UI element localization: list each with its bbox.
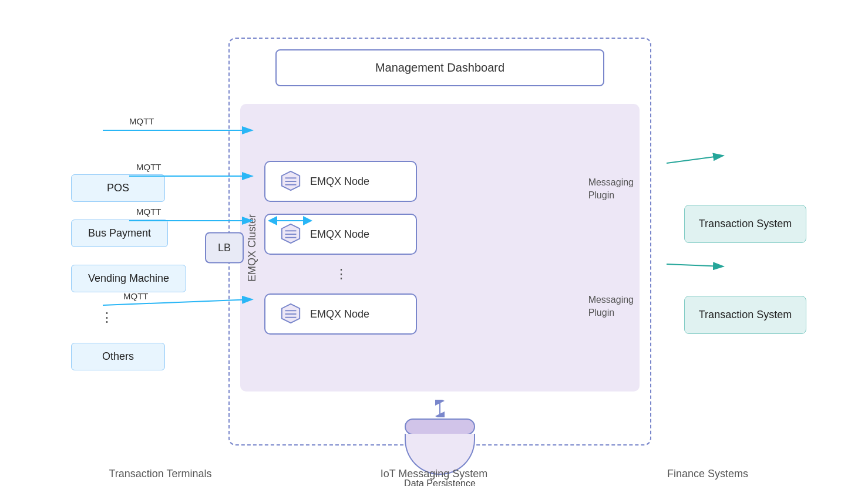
emqx-cluster-box: EMQX Cluster LB EMQX Node <box>240 104 640 392</box>
cylinder-top <box>405 419 475 435</box>
emqx-node-1-label: EMQX Node <box>310 176 369 188</box>
emqx-icon-1 <box>280 170 302 193</box>
messaging-plugins-area: MessagingPlugin MessagingPlugin <box>588 148 634 347</box>
emqx-node-1: EMQX Node <box>264 161 417 202</box>
bottom-label-terminals: Transaction Terminals <box>23 468 297 480</box>
terminal-pos: POS <box>71 174 165 202</box>
iot-dashed-box: Management Dashboard EMQX Cl <box>228 38 651 446</box>
emqx-icon-2 <box>280 223 302 245</box>
emqx-node-2-label: EMQX Node <box>310 228 369 241</box>
terminal-others: Others <box>71 343 165 370</box>
emqx-node-3-label: EMQX Node <box>310 308 369 320</box>
center-column: Management Dashboard EMQX Cl <box>217 32 663 454</box>
emqx-node-3: EMQX Node <box>264 293 417 335</box>
transaction-systems-list: Transaction System Transaction System <box>684 205 806 334</box>
emqx-nodes-area: EMQX Node EMQX Node ⋮ <box>264 149 640 346</box>
emqx-icon-3 <box>280 303 302 325</box>
diagram-container: POS Bus Payment Vending Machine ⋮ Others… <box>0 0 868 486</box>
messaging-plugin-1: MessagingPlugin <box>588 176 634 203</box>
right-column: Transaction System Transaction System <box>663 14 827 472</box>
bottom-label-finance: Finance Systems <box>571 468 845 480</box>
transaction-system-2: Transaction System <box>684 296 806 334</box>
nodes-dots: ⋮ <box>264 266 349 282</box>
transaction-system-1: Transaction System <box>684 205 806 243</box>
terminals-list: POS Bus Payment Vending Machine ⋮ Others <box>71 174 186 370</box>
bottom-label-iot: IoT Messaging System <box>297 468 571 480</box>
lb-box: LB <box>205 232 244 264</box>
emqx-node-2: EMQX Node <box>264 214 417 255</box>
svg-marker-1 <box>282 171 300 190</box>
terminal-bus-payment: Bus Payment <box>71 220 168 247</box>
terminal-vending-machine: Vending Machine <box>71 265 186 292</box>
terminals-dots: ⋮ <box>71 310 115 325</box>
bottom-labels: Transaction Terminals IoT Messaging Syst… <box>0 462 868 486</box>
main-layout: POS Bus Payment Vending Machine ⋮ Others… <box>0 14 868 472</box>
left-column: POS Bus Payment Vending Machine ⋮ Others <box>41 14 217 472</box>
messaging-plugin-2: MessagingPlugin <box>588 293 634 320</box>
svg-marker-5 <box>282 224 300 243</box>
cluster-to-db-arrow <box>431 400 449 417</box>
management-dashboard: Management Dashboard <box>275 49 604 86</box>
emqx-cluster-label: EMQX Cluster <box>240 104 264 392</box>
